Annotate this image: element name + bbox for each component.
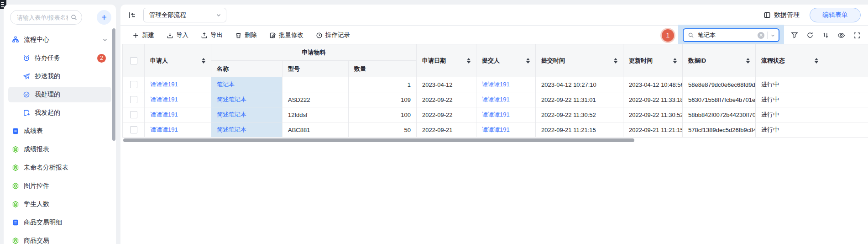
sidebar-item-report-3[interactable]: 图片控件 xyxy=(8,178,111,194)
row-height-icon[interactable] xyxy=(821,31,830,39)
cell-name: 简述笔记本 xyxy=(211,92,282,107)
sidebar-item-report-6[interactable]: 商品交易 xyxy=(8,233,111,244)
doc-arrow-icon xyxy=(23,109,30,117)
sidebar-top: + xyxy=(4,5,116,29)
sidebar-item-todo-tasks[interactable]: 待办任务 2 xyxy=(8,50,111,66)
refresh-icon[interactable] xyxy=(806,31,814,39)
col-header-submit-time[interactable]: 提交时间 xyxy=(536,44,623,77)
table-row[interactable]: 谭谭谭191 笔记本 1 2023-04-12 谭谭谭191 2023-04-1… xyxy=(123,77,868,92)
applicant-link[interactable]: 谭谭谭191 xyxy=(150,111,178,118)
edit-form-button[interactable]: 编辑表单 xyxy=(810,8,861,22)
name-link[interactable]: 简述笔记本 xyxy=(217,111,246,118)
data-manage-button[interactable]: 数据管理 xyxy=(763,11,800,19)
col-header-apply-date[interactable]: 申请日期 xyxy=(417,44,476,77)
submitter-link[interactable]: 谭谭谭191 xyxy=(482,126,510,133)
sidebar-item-report-2[interactable]: 未命名分析报表 xyxy=(8,160,111,175)
cell-apply-date: 2023-04-12 xyxy=(417,77,476,92)
submitter-link[interactable]: 谭谭谭191 xyxy=(482,96,510,103)
fullscreen-icon[interactable] xyxy=(852,31,861,39)
delete-button[interactable]: 删除 xyxy=(235,31,257,39)
name-link[interactable]: 简述笔记本 xyxy=(217,126,246,133)
horizontal-scrollbar[interactable] xyxy=(123,138,634,142)
name-link[interactable]: 笔记本 xyxy=(217,81,235,88)
sidebar-item-handled-by-me[interactable]: 我处理的 xyxy=(8,87,111,102)
sort-icon[interactable] xyxy=(463,58,471,64)
col-header-model[interactable]: 型号 xyxy=(282,61,349,77)
cell-data-id: 58e8e879dc0e6ec68fd9d964 xyxy=(683,77,756,92)
guide-step-badge-1: 1 xyxy=(662,29,674,42)
applicant-link[interactable]: 谭谭谭191 xyxy=(150,81,178,88)
applicant-link[interactable]: 谭谭谭191 xyxy=(150,126,178,133)
row-checkbox[interactable] xyxy=(130,126,137,133)
operation-log-button[interactable]: 操作记录 xyxy=(316,31,350,39)
import-button[interactable]: 导入 xyxy=(167,31,188,39)
col-header-name[interactable]: 名称 xyxy=(211,61,282,77)
select-all-checkbox[interactable] xyxy=(130,57,137,64)
filter-icon[interactable] xyxy=(790,31,799,39)
record-search-input[interactable] xyxy=(697,32,755,39)
submitter-link[interactable]: 谭谭谭191 xyxy=(482,81,510,88)
chevron-down-icon[interactable] xyxy=(102,37,108,42)
report-target-icon xyxy=(12,237,19,244)
table-row[interactable]: 谭谭谭191 简述笔记本 ABC881 50 2022-09-21 谭谭谭191… xyxy=(123,122,868,138)
sidebar-item-label: 成绩报表 xyxy=(24,145,49,154)
sidebar-item-label: 图片控件 xyxy=(24,182,49,190)
report-target-icon xyxy=(12,164,19,171)
cell-apply-date: 2022-09-22 xyxy=(417,92,476,107)
col-header-data-id[interactable]: 数据ID xyxy=(683,44,756,77)
batch-edit-button[interactable]: 批量修改 xyxy=(269,31,303,39)
sidebar-item-label: 流程中心 xyxy=(24,36,49,44)
table-row[interactable]: 谭谭谭191 简述笔记本 ASD222 109 2022-09-22 谭谭谭19… xyxy=(123,92,868,107)
sort-icon[interactable] xyxy=(523,58,530,64)
clock-icon xyxy=(316,32,323,39)
sidebar-scrollbar[interactable] xyxy=(112,28,115,141)
col-header-applicant[interactable]: 申请人 xyxy=(145,44,211,77)
sort-icon[interactable] xyxy=(743,58,750,64)
data-manage-label: 数据管理 xyxy=(774,11,800,19)
cell-model xyxy=(282,77,349,92)
table-row[interactable]: 谭谭谭191 简述笔记本 12fddsf 100 2022-09-22 谭谭谭1… xyxy=(123,107,868,122)
cell-quantity: 50 xyxy=(349,122,417,138)
name-link[interactable]: 简述笔记本 xyxy=(217,96,246,103)
sidebar-item-report-4[interactable]: 学生人数 xyxy=(8,196,111,212)
sidebar-item-form-0[interactable]: 成绩表 xyxy=(8,123,111,139)
sort-icon[interactable] xyxy=(610,58,617,64)
flow-scope-select[interactable]: 管理全部流程 xyxy=(143,8,226,22)
sort-icon[interactable] xyxy=(669,58,677,64)
add-form-button[interactable]: + xyxy=(97,10,111,25)
sidebar-item-initiated-by-me[interactable]: 我发起的 xyxy=(8,105,111,121)
col-header-submitter[interactable]: 提交人 xyxy=(476,44,536,77)
cell-submit-time: 2022-09-21 11:21:15 xyxy=(536,122,623,138)
chevron-down-icon[interactable] xyxy=(770,33,775,38)
submitter-link[interactable]: 谭谭谭191 xyxy=(482,111,510,118)
sort-icon[interactable] xyxy=(811,58,818,64)
new-record-button[interactable]: 新建 xyxy=(132,31,154,39)
cell-apply-date: 2022-09-22 xyxy=(417,107,476,122)
row-checkbox[interactable] xyxy=(130,81,137,88)
cell-submitter: 谭谭谭191 xyxy=(476,107,536,122)
visibility-icon[interactable] xyxy=(837,31,845,39)
col-header-flow-status[interactable]: 流程状态 xyxy=(756,44,824,77)
cell-status: 进行中 xyxy=(756,92,824,107)
report-target-icon xyxy=(12,182,19,190)
cell-submitter: 谭谭谭191 xyxy=(476,122,536,138)
record-search-box[interactable]: ✕ xyxy=(683,28,779,42)
row-checkbox[interactable] xyxy=(130,111,137,118)
cell-submitter: 谭谭谭191 xyxy=(476,77,536,92)
trash-icon xyxy=(235,32,242,39)
col-header-update-time[interactable]: 更新时间 xyxy=(623,44,683,77)
sidebar-item-form-5[interactable]: 商品交易明细 xyxy=(8,215,111,230)
clear-search-icon[interactable]: ✕ xyxy=(758,32,764,39)
sidebar-item-cc-me[interactable]: 抄送我的 xyxy=(8,69,111,84)
row-checkbox[interactable] xyxy=(130,96,137,103)
report-target-icon xyxy=(12,146,19,153)
col-header-quantity[interactable]: 数量 xyxy=(349,61,417,77)
applicant-link[interactable]: 谭谭谭191 xyxy=(150,96,178,103)
sort-icon[interactable] xyxy=(198,58,205,64)
collapse-sidebar-icon[interactable] xyxy=(128,11,137,20)
cell-filler xyxy=(824,77,868,92)
cell-filler xyxy=(824,122,868,138)
export-button[interactable]: 导出 xyxy=(201,31,223,39)
sidebar-item-report-1[interactable]: 成绩报表 xyxy=(8,142,111,157)
sidebar-item-flow-center[interactable]: 流程中心 xyxy=(8,32,111,48)
